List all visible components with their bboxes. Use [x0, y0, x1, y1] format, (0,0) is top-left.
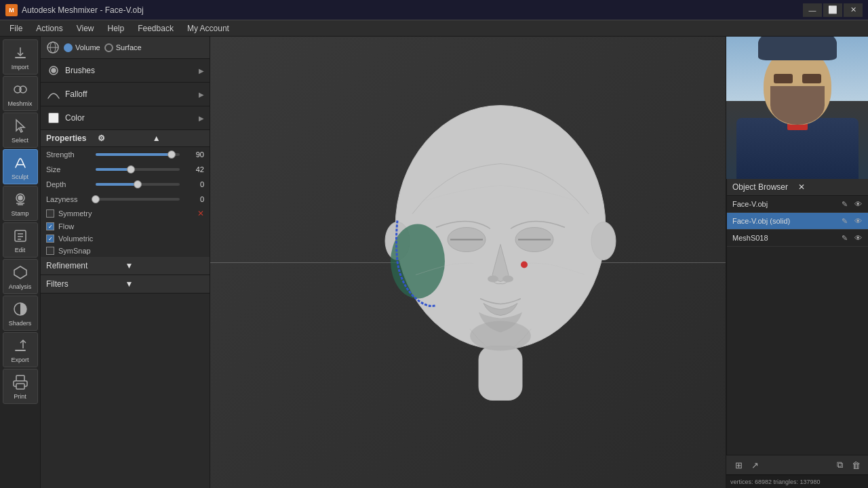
ob-footer-up-icon[interactable]: ↗ — [748, 458, 762, 472]
symsnap-row: SymSnap — [41, 245, 210, 257]
menu-view[interactable]: View — [70, 22, 101, 35]
svg-point-7 — [18, 196, 22, 200]
ob-item-2-eye-icon[interactable]: 👁 — [852, 232, 863, 243]
tool-import[interactable]: Import — [3, 39, 38, 75]
window-controls: — ⬜ ✕ — [803, 3, 863, 17]
refinement-arrow-icon: ▼ — [125, 261, 205, 270]
menu-file[interactable]: File — [3, 22, 29, 35]
symmetry-checkbox[interactable] — [46, 209, 54, 218]
status-bar: vertices: 68982 triangles: 137980 — [726, 474, 868, 488]
viewport[interactable] — [210, 37, 726, 488]
person-hat — [758, 37, 837, 60]
titlebar: M Autodesk Meshmixer - Face-V.obj — ⬜ ✕ — [0, 0, 868, 20]
ob-item-0-edit-icon[interactable]: ✎ — [839, 199, 850, 209]
symsnap-checkbox[interactable] — [46, 247, 54, 255]
shaders-icon — [11, 300, 30, 319]
export-label: Export — [11, 357, 28, 363]
tool-export[interactable]: Export — [3, 332, 38, 367]
svg-rect-18 — [16, 375, 24, 381]
menu-feedback[interactable]: Feedback — [131, 22, 180, 35]
depth-label: Depth — [46, 180, 90, 188]
size-label: Size — [46, 165, 90, 174]
ob-item-2[interactable]: MeshS018 ✎ 👁 — [727, 230, 868, 247]
properties-gear-icon[interactable]: ⚙ — [98, 134, 149, 143]
export-icon — [11, 336, 30, 355]
tool-print[interactable]: Print — [3, 369, 38, 404]
ob-footer-grid-icon[interactable]: ⊞ — [732, 458, 745, 472]
ob-item-1-edit-icon[interactable]: ✎ — [839, 216, 850, 226]
person-eye-right — [802, 74, 821, 83]
falloff-row[interactable]: Falloff ▶ — [41, 83, 210, 106]
tool-edit[interactable]: Edit — [3, 222, 38, 258]
object-browser-title: Object Browser — [732, 182, 798, 192]
menu-help[interactable]: Help — [101, 22, 132, 35]
tool-sculpt[interactable]: Sculpt — [3, 149, 38, 184]
properties-header: Properties ⚙ ▲ — [41, 130, 210, 147]
volume-radio[interactable] — [64, 43, 73, 52]
color-row[interactable]: Color ▶ — [41, 106, 210, 129]
object-browser-close-icon[interactable]: ✕ — [798, 182, 864, 192]
shaders-label: Shaders — [9, 320, 32, 327]
ob-item-1-eye-icon[interactable]: 👁 — [852, 216, 863, 226]
window-title: Autodesk Meshmixer - Face-V.obj — [22, 5, 803, 15]
depth-slider[interactable] — [96, 180, 180, 189]
left-toolbar: Import Meshmix Select — [0, 37, 41, 488]
tool-analysis[interactable]: Analysis — [3, 259, 38, 294]
volumetric-checkbox[interactable] — [46, 235, 54, 243]
color-label: Color — [65, 113, 195, 123]
surface-label: Surface — [116, 43, 142, 52]
lazyness-row: Lazyness 0 — [41, 192, 210, 207]
flow-checkbox[interactable] — [46, 222, 54, 230]
falloff-arrow: ▶ — [199, 91, 204, 98]
tool-shaders[interactable]: Shaders — [3, 296, 38, 331]
meshmix-icon — [11, 80, 30, 99]
ob-footer-copy-icon[interactable]: ⧉ — [833, 458, 846, 472]
symmetry-x-icon[interactable]: ✕ — [197, 209, 204, 218]
brushes-label: Brushes — [65, 66, 195, 75]
lazyness-slider[interactable] — [96, 195, 180, 204]
tool-stamp[interactable]: Stamp — [3, 186, 38, 221]
refinement-header[interactable]: Refinement ▼ — [41, 257, 210, 275]
filters-header[interactable]: Filters ▼ — [41, 275, 210, 293]
close-button[interactable]: ✕ — [844, 3, 863, 17]
main-layout: Import Meshmix Select — [0, 37, 868, 488]
svg-rect-17 — [15, 350, 26, 351]
strength-row: Strength 90 — [41, 147, 210, 162]
svg-point-24 — [52, 68, 56, 73]
menu-actions[interactable]: Actions — [29, 22, 69, 35]
ob-item-0[interactable]: Face-V.obj ✎ 👁 — [727, 196, 868, 213]
surface-radio[interactable] — [104, 43, 113, 52]
symsnap-label: SymSnap — [58, 247, 204, 255]
person-eye-left — [774, 74, 793, 83]
brushes-section: Brushes ▶ — [41, 59, 210, 83]
maximize-button[interactable]: ⬜ — [823, 3, 842, 17]
tool-meshmix[interactable]: Meshmix — [3, 76, 38, 111]
brushes-row[interactable]: Brushes ▶ — [41, 59, 210, 82]
strength-slider[interactable] — [96, 150, 180, 159]
print-label: Print — [14, 393, 26, 400]
symmetry-row: Symmetry ✕ — [41, 207, 210, 220]
depth-row: Depth 0 — [41, 177, 210, 192]
lazyness-label: Lazyness — [46, 195, 90, 203]
minimize-button[interactable]: — — [803, 3, 822, 17]
analysis-label: Analysis — [9, 283, 32, 290]
ob-item-2-edit-icon[interactable]: ✎ — [839, 232, 850, 243]
filters-arrow-icon: ▼ — [125, 279, 205, 289]
stamp-label: Stamp — [11, 210, 28, 217]
volume-label: Volume — [75, 43, 100, 52]
svg-rect-32 — [479, 346, 522, 401]
analysis-icon — [11, 263, 30, 282]
ob-item-1[interactable]: Face-V.obj (solid) ✎ 👁 — [727, 213, 868, 230]
sculpt-icon — [11, 153, 30, 172]
depth-value: 0 — [185, 180, 204, 188]
menu-myaccount[interactable]: My Account — [180, 22, 236, 35]
tool-select[interactable]: Select — [3, 113, 38, 148]
properties-collapse-icon[interactable]: ▲ — [153, 134, 204, 143]
volumetric-label: Volumetric — [58, 235, 204, 243]
ob-footer-trash-icon[interactable]: 🗑 — [849, 458, 863, 472]
color-icon — [46, 110, 61, 125]
size-value: 42 — [185, 165, 204, 174]
ob-item-0-eye-icon[interactable]: 👁 — [852, 199, 863, 209]
svg-point-37 — [470, 321, 531, 351]
size-slider[interactable] — [96, 165, 180, 174]
